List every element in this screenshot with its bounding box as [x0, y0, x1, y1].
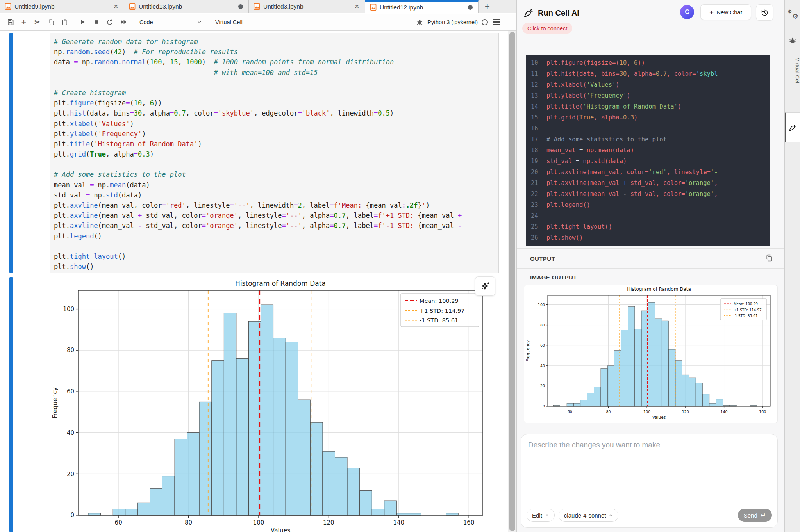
chevron-down-icon — [197, 20, 202, 25]
run-cell-ai-tab[interactable] — [785, 112, 800, 142]
connect-status-pill[interactable]: Click to connect — [522, 23, 572, 34]
panel-code-line: 10plt.figure(figsize=(10, 6)) — [526, 57, 770, 68]
chat-input-card: Edit claude-4-sonnet Send ↵ — [521, 434, 778, 528]
edit-mode-dropdown[interactable]: Edit — [527, 509, 555, 522]
image-output-section-label: IMAGE OUTPUT — [530, 274, 577, 281]
cell-type-value: Code — [139, 19, 153, 25]
svg-text:0: 0 — [543, 404, 545, 408]
chat-input[interactable] — [528, 441, 770, 499]
copy-icon — [765, 254, 773, 262]
plus-icon: + — [709, 9, 714, 16]
tab-close-button[interactable]: ✕ — [112, 3, 120, 10]
svg-text:+1 STD: 114.97: +1 STD: 114.97 — [420, 308, 464, 314]
kernel-name[interactable]: Python 3 (ipykernel) — [427, 19, 478, 25]
new-tab-button[interactable]: + — [479, 0, 496, 13]
notebook-icon — [129, 3, 136, 10]
debugger-bug-icon[interactable] — [416, 18, 423, 26]
add-cell-button[interactable]: + — [18, 16, 30, 28]
svg-text:80: 80 — [185, 519, 192, 526]
code-line: plt.legend() — [54, 231, 498, 241]
cell-type-dropdown[interactable]: Code — [139, 19, 202, 25]
notebook-icon — [5, 3, 11, 10]
notebook-tab[interactable]: Untitled9.ipynb✕ — [0, 0, 124, 13]
code-line: plt.show() — [54, 262, 498, 272]
svg-text:Values: Values — [271, 527, 291, 532]
code-line: # Generate random data for histogram — [54, 37, 498, 47]
panel-code-line: 14plt.title('Histogram of Random Data') — [526, 101, 770, 112]
panel-code-viewer[interactable]: 10plt.figure(figsize=(10, 6))11plt.hist(… — [526, 55, 770, 246]
code-line — [54, 78, 498, 88]
panel-code-line: 21plt.axvline(mean_val + std_val, color=… — [526, 178, 770, 189]
notebook-menu-icon[interactable] — [492, 18, 502, 27]
copy-output-button[interactable] — [765, 254, 773, 263]
image-output-card: 6080100120140160020406080100Histogram of… — [524, 285, 778, 423]
sparkle-icon — [480, 281, 491, 292]
paste-cell-button[interactable] — [59, 16, 71, 28]
notebook-tab[interactable]: Untitled3.ipynb✕ — [249, 0, 365, 13]
tab-unsaved-dot[interactable] — [238, 4, 243, 9]
kernel-status-indicator[interactable] — [482, 19, 488, 25]
svg-text:Values: Values — [652, 415, 666, 420]
code-line: plt.axvline(mean_val + std_val, color='o… — [54, 210, 498, 221]
scrollbar-thumb[interactable] — [509, 32, 515, 531]
stop-kernel-button[interactable] — [90, 16, 102, 28]
tab-label: Untitled13.ipynb — [139, 3, 235, 10]
debugger-tab[interactable] — [785, 32, 800, 49]
svg-text:20: 20 — [67, 471, 74, 478]
code-line: np.random.seed(42) # For reproducible re… — [54, 47, 498, 57]
svg-text:Frequency: Frequency — [52, 387, 59, 418]
notebook-pane: Untitled9.ipynb✕Untitled13.ipynbUntitled… — [0, 0, 516, 532]
code-line: plt.axvline(mean_val, color='red', lines… — [54, 200, 498, 210]
cell-collapser-output[interactable] — [9, 277, 13, 532]
code-line: plt.figure(figsize=(10, 6)) — [54, 98, 498, 108]
svg-text:60: 60 — [540, 343, 545, 347]
tab-unsaved-dot[interactable] — [468, 5, 473, 10]
svg-text:160: 160 — [759, 409, 766, 414]
virtual-cell-strip-label: Virtual Cell — [785, 58, 800, 85]
panel-code-line: 22plt.axvline(mean_val - std_val, color=… — [526, 189, 770, 199]
notebook-tab[interactable]: Untitled13.ipynb — [124, 0, 249, 13]
code-cell-editor[interactable]: # Generate random data for histogramnp.r… — [50, 33, 499, 273]
code-line — [54, 159, 498, 169]
avatar[interactable]: C — [680, 5, 694, 19]
svg-text:80: 80 — [540, 323, 545, 327]
tab-close-button[interactable]: ✕ — [353, 3, 361, 10]
save-button[interactable] — [4, 16, 16, 28]
svg-text:40: 40 — [540, 363, 545, 368]
notebook-tab[interactable]: Untitled12.ipynb — [365, 0, 479, 13]
code-line: plt.ylabel('Frequency') — [54, 129, 498, 139]
model-dropdown[interactable]: claude-4-sonnet — [559, 509, 619, 522]
property-inspector-tab[interactable]: ⚙⚙ — [785, 5, 800, 23]
notebook-icon — [370, 4, 377, 11]
restart-kernel-button[interactable] — [104, 16, 116, 28]
ai-sparkle-button[interactable] — [475, 276, 495, 296]
copy-cell-button[interactable] — [45, 16, 57, 28]
virtual-cell-toolbar-button[interactable]: Virtual Cell — [215, 19, 243, 25]
svg-text:+1 STD: 114.97: +1 STD: 114.97 — [734, 308, 762, 312]
tab-label: Untitled12.ipynb — [380, 4, 465, 11]
svg-text:-1 STD: 85.61: -1 STD: 85.61 — [420, 317, 458, 324]
cut-cell-button[interactable]: ✂ — [31, 16, 44, 28]
send-button[interactable]: Send ↵ — [738, 509, 772, 522]
code-line: # with mean=100 and std=15 — [54, 68, 498, 78]
svg-text:Frequency: Frequency — [525, 340, 530, 361]
svg-text:60: 60 — [568, 409, 572, 414]
new-chat-button[interactable]: + New Chat — [700, 4, 751, 20]
svg-text:60: 60 — [115, 519, 122, 526]
chevron-up-icon — [609, 513, 613, 518]
run-cell-ai-panel: Run Cell AI C + New Chat Click to connec… — [516, 0, 784, 532]
panel-code-line: 23plt.legend() — [526, 199, 770, 210]
run-all-cells-button[interactable] — [117, 16, 130, 28]
panel-title: Run Cell AI — [538, 9, 579, 18]
run-cell-button[interactable] — [76, 16, 89, 28]
svg-text:120: 120 — [323, 519, 334, 526]
svg-text:Mean: 100.29: Mean: 100.29 — [734, 302, 758, 306]
notebook-toolbar: + ✂ Code Virtual Cell P — [0, 14, 516, 31]
gears-icon: ⚙⚙ — [788, 9, 798, 19]
code-line: plt.grid(True, alpha=0.3) — [54, 149, 498, 159]
cell-collapser-input[interactable] — [9, 33, 13, 273]
chat-history-button[interactable] — [756, 4, 773, 21]
chevron-up-icon — [545, 513, 549, 518]
svg-text:160: 160 — [463, 519, 475, 526]
panel-code-line: 12plt.xlabel('Values') — [526, 79, 770, 90]
